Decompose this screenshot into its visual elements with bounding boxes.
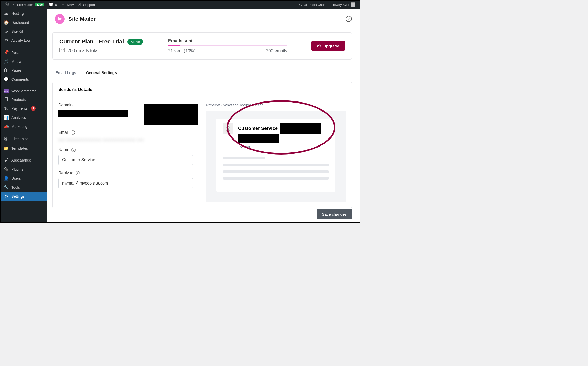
svg-point-1 bbox=[227, 126, 229, 128]
chart-icon: 📊 bbox=[4, 115, 9, 120]
preview-box: Customer Service To: You bbox=[206, 111, 346, 202]
info-icon[interactable]: i bbox=[76, 171, 80, 175]
sidebar-item-dashboard[interactable]: 🏠Dashboard bbox=[1, 18, 47, 27]
page-icon: 🗐 bbox=[4, 68, 9, 73]
wrench-icon: 🔧 bbox=[4, 185, 9, 190]
redacted-sender-email bbox=[238, 134, 279, 143]
archive-icon: 🗄 bbox=[4, 97, 9, 102]
sidebar-item-settings[interactable]: ⚙Settings bbox=[1, 192, 47, 201]
plus-icon: ＋ bbox=[61, 3, 65, 7]
name-label: Namei bbox=[58, 148, 198, 152]
email-label: Emaili bbox=[58, 130, 198, 135]
sidebar-item-analytics[interactable]: 📊Analytics bbox=[1, 113, 47, 122]
main-content: Site Mailer ? Current Plan - Free Trial … bbox=[47, 9, 360, 222]
preview-sender-row: Customer Service bbox=[238, 123, 329, 134]
sidebar-item-pages[interactable]: 🗐Pages bbox=[1, 66, 47, 75]
help-icon: ?⃝ bbox=[78, 3, 82, 7]
sidebar-item-products[interactable]: 🗄Products bbox=[1, 95, 47, 104]
preview-column: Preview - What the recipients see Custom… bbox=[206, 103, 346, 202]
home-icon: ⌂ bbox=[13, 3, 16, 7]
google-icon: G bbox=[4, 29, 9, 34]
page-title: Site Mailer bbox=[68, 16, 96, 22]
name-input[interactable] bbox=[58, 155, 193, 165]
megaphone-icon: 📣 bbox=[4, 124, 9, 129]
sidebar-item-templates[interactable]: 📁Templates bbox=[1, 144, 47, 153]
wp-logo[interactable]: ⓦ bbox=[3, 1, 11, 9]
person-icon bbox=[223, 123, 233, 134]
comments-link[interactable]: 💬 0 bbox=[46, 1, 59, 9]
tab-email-logs[interactable]: Email Logs bbox=[55, 67, 77, 78]
sidebar-item-media[interactable]: 🎵Media bbox=[1, 57, 47, 66]
footer-actions: Save changes bbox=[317, 209, 352, 219]
preview-body-placeholder bbox=[223, 157, 329, 180]
sidebar-item-comments[interactable]: 💬Comments bbox=[1, 75, 47, 84]
tabs: Email Logs General Settings bbox=[55, 67, 360, 78]
settings-panel: Sender's Details Domain Emaili xxx xxxxx… bbox=[52, 82, 352, 208]
sidebar-item-woocommerce[interactable]: wooWooCommerce bbox=[1, 87, 47, 95]
new-label: New bbox=[67, 3, 74, 7]
brush-icon: 🖌 bbox=[4, 158, 9, 163]
support-link[interactable]: ?⃝ Support bbox=[76, 1, 97, 9]
plan-title: Current Plan - Free Trial Active bbox=[59, 38, 168, 45]
plan-card: Current Plan - Free Trial Active 200 ema… bbox=[52, 32, 352, 60]
redacted-button bbox=[144, 104, 198, 125]
comment-count: 0 bbox=[55, 3, 57, 7]
sidebar-item-posts[interactable]: 📌Posts bbox=[1, 48, 47, 57]
wordpress-icon: ⓦ bbox=[5, 3, 9, 7]
envelope-icon bbox=[59, 48, 65, 54]
preview-sender-name: Customer Service bbox=[238, 126, 278, 131]
sidebar-item-plugins[interactable]: 🔌Plugins bbox=[1, 165, 47, 174]
sitemailer-logo-icon bbox=[55, 14, 65, 24]
sidebar-item-sitekit[interactable]: GSite Kit bbox=[1, 27, 47, 36]
help-button[interactable]: ? bbox=[346, 16, 352, 22]
support-label: Support bbox=[83, 3, 95, 7]
woo-icon: woo bbox=[4, 89, 9, 93]
dashboard-icon: 🏠 bbox=[4, 20, 9, 25]
gear-icon: ⚙ bbox=[4, 194, 9, 199]
upgrade-button[interactable]: Upgrade bbox=[311, 41, 345, 51]
folder-icon: 📁 bbox=[4, 146, 9, 151]
sidebar-item-activitylog[interactable]: ↺Activity Log bbox=[1, 36, 47, 45]
info-icon[interactable]: i bbox=[71, 148, 76, 152]
redacted-sender-suffix bbox=[280, 123, 321, 134]
money-icon: $⃞ bbox=[4, 106, 9, 111]
email-value-blurred: xxx xxxxxxxxxxxxxxxx xxxxxxxxxxxxxxx xxx bbox=[58, 137, 198, 142]
sidebar-item-users[interactable]: 👤Users bbox=[1, 174, 47, 183]
media-icon: 🎵 bbox=[4, 59, 9, 64]
history-icon: ↺ bbox=[4, 38, 9, 43]
admin-sidebar: ☁Hosting 🏠Dashboard GSite Kit ↺Activity … bbox=[1, 9, 47, 222]
site-home[interactable]: ⌂ Site Mailer Live bbox=[11, 1, 46, 9]
form-column: Domain Emaili xxx xxxxxxxxxxxxxxxx xxxxx… bbox=[58, 103, 198, 202]
cloud-icon: ☁ bbox=[4, 11, 9, 16]
info-icon[interactable]: i bbox=[71, 130, 75, 135]
user-icon: 👤 bbox=[4, 176, 9, 181]
user-menu[interactable]: Howdy, Cliff bbox=[329, 1, 357, 9]
redacted-domain bbox=[58, 110, 128, 117]
page-header: Site Mailer ? bbox=[47, 9, 360, 28]
emails-sent-label: Emails sent bbox=[168, 38, 311, 43]
comment-icon: 💬 bbox=[48, 3, 54, 7]
plan-subtitle: 200 emails total bbox=[59, 48, 168, 54]
notification-badge: 1 bbox=[31, 106, 36, 111]
save-button[interactable]: Save changes bbox=[317, 209, 352, 219]
svg-rect-0 bbox=[60, 48, 65, 52]
sidebar-item-tools[interactable]: 🔧Tools bbox=[1, 183, 47, 192]
sidebar-item-marketing[interactable]: 📣Marketing bbox=[1, 122, 47, 131]
tab-general-settings[interactable]: General Settings bbox=[85, 67, 117, 78]
status-badge: Active bbox=[127, 39, 143, 45]
admin-bar: ⓦ ⌂ Site Mailer Live 💬 0 ＋ New ?⃝ Suppor… bbox=[1, 1, 360, 9]
live-badge: Live bbox=[35, 3, 44, 6]
new-content[interactable]: ＋ New bbox=[59, 1, 76, 9]
site-name: Site Mailer bbox=[17, 3, 33, 7]
replyto-input[interactable] bbox=[58, 178, 193, 188]
sidebar-item-elementor[interactable]: ⓔElementor bbox=[1, 134, 47, 144]
clear-cache[interactable]: Clear Posts Cache bbox=[297, 1, 329, 9]
sidebar-item-appearance[interactable]: 🖌Appearance bbox=[1, 156, 47, 165]
sidebar-item-hosting[interactable]: ☁Hosting bbox=[1, 9, 47, 18]
sidebar-item-payments[interactable]: $⃞Payments1 bbox=[1, 104, 47, 113]
avatar-icon bbox=[351, 2, 355, 7]
preview-card: Customer Service To: You bbox=[216, 119, 335, 192]
preview-label: Preview - What the recipients see bbox=[206, 103, 346, 107]
panel-title: Sender's Details bbox=[53, 82, 352, 97]
comment-icon: 💬 bbox=[4, 77, 9, 82]
